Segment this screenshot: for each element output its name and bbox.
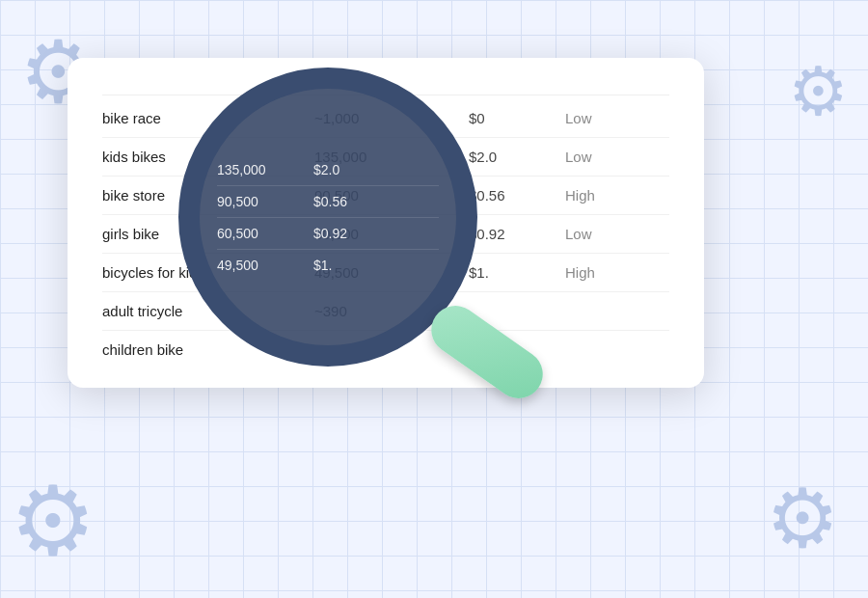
mag-cell-cpc: $1.: [313, 258, 381, 273]
cell-cpc: $1.: [469, 264, 565, 281]
gear-icon-bottom-left: ⚙: [10, 473, 96, 569]
cell-cpc: $2.0: [469, 149, 565, 165]
mag-cell-volume: 60,500: [217, 226, 313, 241]
mag-cell-volume: 49,500: [217, 258, 313, 273]
mag-cell-cpc: $0.92: [313, 226, 381, 241]
cell-cpc: $0.56: [469, 187, 565, 204]
gear-icon-bottom-right: ⚙: [766, 477, 839, 559]
cell-cpc: $0.92: [469, 226, 565, 242]
cell-cpc: $0: [469, 110, 565, 126]
mag-cell-volume: 90,500: [217, 194, 313, 209]
cell-competition: Low: [565, 110, 681, 126]
magnifier-row: 135,000 $2.0: [217, 154, 439, 186]
cell-competition: Low: [565, 226, 681, 242]
magnifier-row: 90,500 $0.56: [217, 186, 439, 218]
magnifier-row: 60,500 $0.92: [217, 218, 439, 250]
mag-cell-cpc: $0.56: [313, 194, 381, 209]
magnifier-row: 49,500 $1.: [217, 250, 439, 281]
gear-icon-top-right: ⚙: [788, 58, 849, 125]
magnifier-content: 135,000 $2.0 90,500 $0.56 60,500 $0.92 4…: [217, 154, 439, 281]
mag-cell-volume: 135,000: [217, 162, 313, 177]
cell-competition: Low: [565, 149, 681, 165]
mag-cell-cpc: $2.0: [313, 162, 381, 177]
cell-competition: High: [565, 264, 681, 281]
cell-competition: High: [565, 187, 681, 204]
